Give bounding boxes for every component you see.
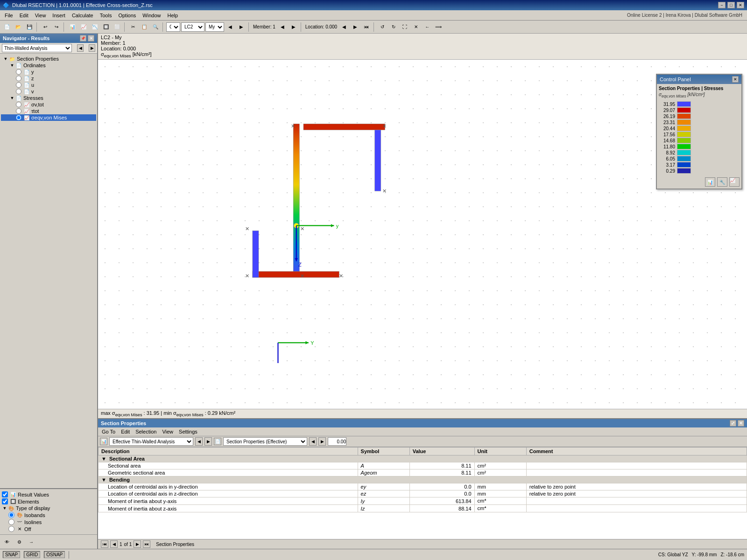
tree-tau-tot[interactable]: 📈 τtot <box>1 108 96 114</box>
nav-type-of-display[interactable]: ▼ 🎨 Type of display <box>1 505 96 511</box>
member-next[interactable]: ▶ <box>289 22 299 32</box>
section-prev[interactable]: ◀ <box>309 437 317 446</box>
radio-tau-tot[interactable] <box>16 108 21 114</box>
cp-btn3[interactable]: 📈 <box>729 177 740 187</box>
analysis-next[interactable]: ▶ <box>204 437 212 446</box>
tb2[interactable]: 📈 <box>78 22 89 32</box>
radio-u[interactable] <box>16 82 21 88</box>
footer-prev[interactable]: ◀ <box>110 540 118 548</box>
tb1[interactable]: 📊 <box>67 22 78 32</box>
new-btn[interactable]: 📄 <box>2 22 12 32</box>
tb7[interactable]: 📋 <box>139 22 149 32</box>
tb6[interactable]: ✂ <box>128 22 138 32</box>
nav-left-btn[interactable]: ◀ <box>77 44 84 52</box>
tree-ordinates[interactable]: ▼ 📄 Ordinates <box>1 62 96 69</box>
tb4[interactable]: 🔲 <box>101 22 111 32</box>
radio-z[interactable] <box>16 76 21 81</box>
menu-help[interactable]: Help <box>164 12 181 19</box>
undo-btn[interactable]: ↩ <box>40 22 50 32</box>
tb10[interactable]: ↻ <box>388 22 399 32</box>
open-btn[interactable]: 📂 <box>13 22 23 32</box>
tb12[interactable]: ✕ <box>411 22 421 32</box>
maximize-button[interactable]: □ <box>727 2 735 8</box>
footer-next[interactable]: ▶ <box>134 540 141 548</box>
result-values-check[interactable] <box>2 491 8 497</box>
tb14[interactable]: ⟹ <box>433 22 444 32</box>
lc2-combo[interactable]: LC2 <box>181 22 204 32</box>
tb13[interactable]: ← <box>422 22 432 32</box>
grid-btn[interactable]: GRID <box>24 551 40 558</box>
menu-window[interactable]: Window <box>140 12 163 19</box>
sp-menu-selection[interactable]: Selection <box>134 428 158 435</box>
analysis-prev[interactable]: ◀ <box>195 437 203 446</box>
cp-btn2[interactable]: 🔧 <box>717 177 727 187</box>
tb11[interactable]: ⛶ <box>400 22 410 32</box>
nav-isobands[interactable]: 🎨 Isobands <box>1 511 96 518</box>
tb5[interactable]: ⬜ <box>112 22 122 32</box>
section-combo[interactable]: Section Properties (Effective) <box>223 437 307 446</box>
sp-menu-view[interactable]: View <box>160 428 175 435</box>
tree-z[interactable]: 📄 z <box>1 75 96 82</box>
sp-menu-goto[interactable]: Go To <box>100 428 117 435</box>
nav-result-values[interactable]: 📊 Result Values <box>1 491 96 498</box>
menu-insert[interactable]: Insert <box>49 12 68 19</box>
sp-close-btn[interactable]: ✕ <box>738 420 744 427</box>
menu-view[interactable]: View <box>32 12 49 19</box>
lc-next[interactable]: ▶ <box>236 22 247 32</box>
tb9[interactable]: ↺ <box>377 22 388 32</box>
loc-home[interactable]: ⏮ <box>361 22 372 32</box>
menu-calculate[interactable]: Calculate <box>69 12 96 19</box>
save-btn[interactable]: 💾 <box>24 22 35 32</box>
nav-icon1[interactable]: 👁 <box>2 537 12 547</box>
member-prev[interactable]: ◀ <box>277 22 288 32</box>
nav-elements[interactable]: 🔲 Elements <box>1 498 96 505</box>
menu-file[interactable]: File <box>2 12 16 19</box>
nav-isolines[interactable]: 〰 Isolines <box>1 518 96 525</box>
nav-icon3[interactable]: → <box>26 537 36 547</box>
close-button[interactable]: ✕ <box>737 2 744 8</box>
radio-isolines[interactable] <box>8 519 14 525</box>
tree-section-properties[interactable]: ▼ 📁 Section Properties <box>1 56 96 62</box>
radio-v[interactable] <box>16 89 21 94</box>
tree-u[interactable]: 📄 u <box>1 82 96 88</box>
radio-y[interactable] <box>16 69 21 75</box>
menu-tools[interactable]: Tools <box>97 12 115 19</box>
nav-icon2[interactable]: ⚙ <box>14 537 24 547</box>
nav-off[interactable]: ✕ Off <box>1 525 96 532</box>
loc-prev[interactable]: ◀ <box>339 22 349 32</box>
cp-btn1[interactable]: 📊 <box>705 177 715 187</box>
nav-pin-btn[interactable]: 📌 <box>80 35 86 42</box>
loc-next[interactable]: ▶ <box>350 22 360 32</box>
analysis-combo[interactable]: Effective Thin-Walled Analysis <box>109 437 193 446</box>
sp-menu-edit[interactable]: Edit <box>119 428 132 435</box>
sp-expand-btn[interactable]: ⤢ <box>730 420 736 427</box>
viewport-canvas[interactable]: Control Panel ✕ Section Properties | Str… <box>98 60 747 409</box>
minimize-button[interactable]: − <box>718 2 726 8</box>
tree-sigma-tot[interactable]: 📈 σv,tot <box>1 101 96 108</box>
section-next[interactable]: ▶ <box>318 437 326 446</box>
radio-sigma-eqv[interactable] <box>16 115 21 120</box>
elements-check[interactable] <box>2 498 8 504</box>
nav-right-btn[interactable]: ▶ <box>89 44 95 52</box>
radio-isobands[interactable] <box>8 512 14 518</box>
tb3[interactable]: 📉 <box>90 22 100 32</box>
tree-v[interactable]: 📄 v <box>1 88 96 95</box>
menu-options[interactable]: Options <box>115 12 139 19</box>
lc-combo[interactable]: G <box>166 22 180 32</box>
tb8[interactable]: 🔍 <box>150 22 161 32</box>
snap-btn[interactable]: SNAP <box>3 551 20 558</box>
tree-stresses[interactable]: ▼ 📄 Stresses <box>1 95 96 101</box>
menu-edit[interactable]: Edit <box>17 12 31 19</box>
my-combo[interactable]: My <box>205 22 224 32</box>
redo-btn[interactable]: ↪ <box>51 22 62 32</box>
nav-close-btn[interactable]: ✕ <box>88 35 94 42</box>
footer-first[interactable]: ⏮ <box>101 540 108 548</box>
cp-close-btn[interactable]: ✕ <box>732 76 739 83</box>
osnap-btn[interactable]: OSNAP <box>44 551 65 558</box>
footer-last[interactable]: ⏭ <box>143 540 150 548</box>
sp-menu-settings[interactable]: Settings <box>177 428 199 435</box>
tree-y[interactable]: 📄 y <box>1 69 96 75</box>
value-input[interactable] <box>328 437 346 446</box>
radio-off[interactable] <box>8 526 14 532</box>
lc-prev[interactable]: ◀ <box>225 22 235 32</box>
